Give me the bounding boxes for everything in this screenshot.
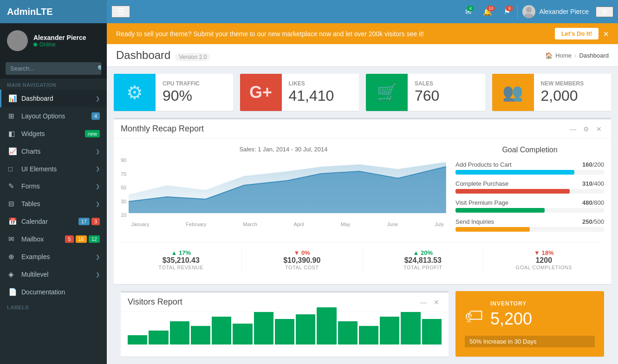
svg-point-2 bbox=[13, 33, 21, 42]
bar bbox=[338, 321, 358, 344]
avatar bbox=[522, 5, 535, 18]
content-header: Dashboard Version 2.0 🏠 Home › Dashboard bbox=[107, 44, 618, 67]
goal-item-premium: Visit Premium Page 480/800 bbox=[455, 199, 604, 213]
gplus-icon: G+ bbox=[249, 83, 272, 102]
sidebar-item-multilevel[interactable]: ◈ Multilevel ❯ bbox=[0, 266, 107, 283]
sidebar-item-widgets[interactable]: ◧ Widgets new bbox=[0, 125, 107, 143]
sidebar-user-panel: Alexander Pierce Online bbox=[0, 23, 107, 58]
cost-amount: $10,390.90 bbox=[244, 256, 360, 265]
sidebar-item-charts[interactable]: 📈 Charts ❯ bbox=[0, 143, 107, 160]
breadcrumb-home: Home bbox=[555, 52, 572, 59]
sidebar-item-mailbox[interactable]: ✉ Mailbox 5 16 12 bbox=[0, 230, 107, 248]
breadcrumb: 🏠 Home › Dashboard bbox=[545, 52, 609, 59]
flags-button[interactable]: ⚑ 9 bbox=[499, 4, 515, 20]
sidebar-item-layout[interactable]: ⊞ Layout Options 4 bbox=[0, 107, 107, 125]
sidebar-item-label: Tables bbox=[21, 200, 96, 208]
sidebar-item-label: Charts bbox=[21, 148, 96, 155]
layout-badge: 4 bbox=[91, 112, 100, 120]
inventory-box: 🏷 INVENTORY 5,200 50% Increase in 30 Day… bbox=[455, 291, 604, 357]
mailbox-badge-5: 5 bbox=[65, 235, 73, 243]
settings-button[interactable]: ⚙ bbox=[596, 6, 613, 17]
bar bbox=[128, 335, 147, 344]
bar bbox=[296, 314, 315, 344]
search-input[interactable] bbox=[6, 62, 93, 75]
version-badge: Version 2.0 bbox=[175, 53, 210, 61]
stats-row: ⚙ CPU TRAFFIC 90% G+ LIKES 41,410 bbox=[107, 67, 618, 118]
bar bbox=[380, 317, 399, 344]
chevron-icon: ❯ bbox=[96, 201, 100, 207]
tables-icon: ⊟ bbox=[8, 200, 18, 208]
goal-title: Goal Completion bbox=[455, 146, 604, 154]
mailbox-badge-16: 16 bbox=[76, 235, 87, 243]
sidebar-item-label: Documentation bbox=[21, 288, 100, 296]
sidebar-toggle[interactable]: ☰ bbox=[111, 6, 130, 18]
close-button[interactable]: ✕ bbox=[594, 124, 604, 134]
mailbox-icon: ✉ bbox=[8, 235, 18, 243]
logo-lte: LTE bbox=[36, 6, 52, 17]
messages-badge: 4 bbox=[467, 6, 474, 11]
mailbox-badge-12: 12 bbox=[89, 235, 100, 243]
sidebar-search-area: 🔍 bbox=[0, 58, 107, 78]
minimize-button[interactable]: — bbox=[567, 124, 579, 134]
dashboard-icon: 📊 bbox=[8, 94, 18, 103]
nav-section-label: MAIN NAVIGATION bbox=[0, 78, 107, 90]
revenue-amount: $35,210.43 bbox=[123, 256, 239, 265]
sidebar-item-ui[interactable]: □ UI Elements ❯ bbox=[0, 160, 107, 177]
docs-icon: 📄 bbox=[8, 288, 18, 296]
inventory-value: 5,200 bbox=[490, 309, 532, 329]
messages-button[interactable]: ✉ 4 bbox=[461, 4, 476, 20]
widgets-icon: ◧ bbox=[8, 130, 18, 138]
sidebar: Alexander Pierce Online 🔍 MAIN NAVIGATIO… bbox=[0, 23, 107, 364]
bar bbox=[149, 331, 168, 344]
goals-label: GOAL COMPLETIONS bbox=[486, 265, 602, 270]
chart-x-labels: January February March April May June Ju… bbox=[129, 221, 446, 227]
sales-chart bbox=[129, 157, 446, 218]
sidebar-item-label: Multilevel bbox=[21, 271, 96, 278]
visitors-bar-chart bbox=[121, 312, 449, 349]
goal-completion-panel: Goal Completion Add Products to Cart 160… bbox=[455, 146, 604, 237]
search-button[interactable]: 🔍 bbox=[93, 62, 101, 75]
visitors-close-button[interactable]: ✕ bbox=[431, 298, 442, 307]
bar bbox=[401, 312, 420, 344]
sidebar-item-tables[interactable]: ⊟ Tables ❯ bbox=[0, 195, 107, 213]
sidebar-item-dashboard[interactable]: 📊 Dashboard ❯ bbox=[0, 90, 107, 107]
charts-icon: 📈 bbox=[8, 147, 18, 156]
widgets-badge: new bbox=[85, 130, 100, 137]
sidebar-item-calendar[interactable]: 📅 Calendar 17 3 bbox=[0, 213, 107, 230]
svg-point-3 bbox=[10, 44, 24, 51]
configure-button[interactable]: ⚙ bbox=[581, 124, 592, 134]
notification-cta-button[interactable]: Let's Do It! bbox=[555, 28, 599, 39]
calendar-icon: 📅 bbox=[8, 217, 18, 226]
chart-y-labels: 90 70 50 30 10 bbox=[121, 157, 126, 218]
sales-value: 760 bbox=[415, 87, 478, 104]
flags-badge: 9 bbox=[506, 6, 513, 11]
bar bbox=[233, 324, 252, 344]
stat-goals: ▼ 18% 1200 GOAL COMPLETIONS bbox=[484, 247, 605, 273]
goals-change: ▼ 18% bbox=[486, 249, 602, 256]
user-menu[interactable]: Alexander Pierce bbox=[517, 5, 593, 18]
notifications-button[interactable]: 🔔 10 bbox=[478, 4, 497, 20]
chevron-icon: ❯ bbox=[96, 272, 100, 278]
chevron-icon: ❯ bbox=[96, 183, 100, 189]
visitors-minimize-button[interactable]: — bbox=[418, 298, 429, 307]
chevron-icon: ❯ bbox=[96, 254, 100, 260]
notification-close-button[interactable]: × bbox=[603, 29, 609, 39]
inventory-label: INVENTORY bbox=[490, 300, 532, 307]
goal-nums: 160/200 bbox=[582, 161, 604, 168]
sidebar-item-forms[interactable]: ✎ Forms ❯ bbox=[0, 177, 107, 195]
bar bbox=[212, 317, 231, 344]
revenue-change: ▲ 17% bbox=[123, 249, 239, 256]
stat-card-sales: 🛒 SALES 760 bbox=[366, 74, 485, 111]
members-icon-area: 👥 bbox=[492, 74, 534, 111]
stat-card-cpu: ⚙ CPU TRAFFIC 90% bbox=[114, 74, 233, 111]
sales-label: SALES bbox=[415, 80, 478, 87]
sidebar-item-documentation[interactable]: 📄 Documentation bbox=[0, 283, 107, 301]
stat-profit: ▲ 20% $24,813.53 TOTAL PROFIT bbox=[363, 247, 484, 273]
goal-item-inquiries: Send Inquiries 250/500 bbox=[455, 218, 604, 232]
notification-bar: Ready to sell your theme? Submit your th… bbox=[107, 23, 618, 44]
sidebar-item-examples[interactable]: ⊕ Examples ❯ bbox=[0, 248, 107, 266]
likes-value: 41,410 bbox=[289, 87, 352, 104]
members-value: 2,000 bbox=[541, 87, 605, 104]
logo-text: AdminLTE bbox=[7, 6, 53, 17]
svg-point-0 bbox=[526, 7, 532, 13]
